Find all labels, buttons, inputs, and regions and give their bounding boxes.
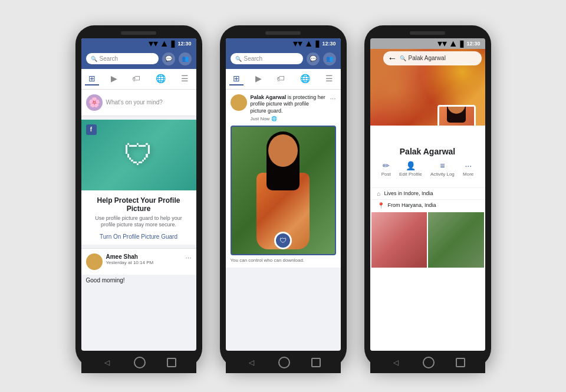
search-icon-1: 🔍	[91, 56, 97, 62]
search-bar-1[interactable]: 🔍 Search	[86, 53, 159, 64]
phone-speaker-1	[121, 31, 156, 35]
back-button-3[interactable]: ◁	[390, 357, 402, 368]
protect-banner-1: f 🛡	[81, 120, 196, 190]
phone-frame-3: ▾▾ ▲ ▮ 12:30 ← 🔍 Palak Agarwal	[364, 25, 491, 367]
protect-text-1: Help Protect Your Profile Picture Use pr…	[81, 190, 196, 245]
story-text-2: Palak Agarwal is protecting her profile …	[251, 94, 327, 122]
search-placeholder-2: Search	[244, 55, 263, 62]
screen-content-2: Palak Agarwal is protecting her profile …	[226, 90, 341, 351]
tab-globe-1[interactable]: 🌐	[152, 73, 169, 85]
phone-bottom-3: ◁	[370, 352, 485, 373]
profile-detail-from-3: 📍 From Haryana, India	[370, 199, 485, 211]
battery-icon-3: ▮	[459, 38, 465, 50]
home-button-3[interactable]	[423, 357, 435, 368]
home-button-2[interactable]	[278, 357, 290, 368]
recent-button-2[interactable]	[311, 358, 321, 367]
back-arrow-icon-3[interactable]: ←	[388, 53, 397, 64]
people-icon-1[interactable]: 👥	[179, 52, 192, 65]
from-detail-text-3: From Haryana, India	[388, 202, 436, 208]
nav-tabs-1: ⊞ ▶ 🏷 🌐 ☰	[81, 69, 196, 90]
avatar-flower-icon: 🌸	[88, 97, 100, 108]
tab-store-1[interactable]: 🏷	[129, 73, 144, 85]
more-icon-3: ···	[465, 161, 472, 170]
tab-globe-2[interactable]: 🌐	[297, 73, 314, 85]
phone-2: ▾▾ ▲ ▮ 12:30 🔍 Search 💬 👥 ⊞ ▶	[220, 25, 347, 367]
story-name-2: Palak Agarwal	[251, 94, 287, 100]
tab-home-1[interactable]: ⊞	[85, 73, 99, 85]
battery-icon-2: ▮	[315, 38, 320, 50]
phone-screen-1: ▾▾ ▲ ▮ 12:30 🔍 Search 💬 👥 ⊞	[81, 38, 196, 351]
story-avatar-2	[231, 94, 247, 111]
story-image-2: 🛡	[231, 126, 336, 255]
profile-info-3: Palak Agarwal ✏ Post 👤 Edit Profile ≡ Ac…	[370, 126, 485, 187]
tab-store-2[interactable]: 🏷	[273, 73, 288, 85]
people-icon-2[interactable]: 👥	[323, 52, 336, 65]
status-bar-3: ▾▾ ▲ ▮ 12:30	[370, 38, 485, 49]
search-bar-2[interactable]: 🔍 Search	[231, 53, 303, 64]
post-placeholder-1[interactable]: What's on your mind?	[106, 99, 163, 106]
photo-cell-1-3	[371, 212, 427, 268]
log-label-3: Activity Log	[430, 172, 455, 177]
messenger-icon-1[interactable]: 💬	[162, 52, 175, 65]
profile-action-more-3[interactable]: ··· More	[463, 161, 473, 177]
messenger-icon-2[interactable]: 💬	[307, 52, 320, 65]
back-button-2[interactable]: ◁	[245, 357, 257, 368]
protect-link-1[interactable]: Turn On Profile Picture Guard	[88, 233, 189, 240]
recent-button-3[interactable]	[456, 358, 465, 367]
fb-topbar-1: 🔍 Search 💬 👥	[81, 49, 196, 69]
profile-action-edit-3[interactable]: 👤 Edit Profile	[399, 161, 422, 177]
wifi-icon-2: ▲	[304, 38, 314, 49]
status-time-1: 12:30	[177, 41, 191, 47]
fb-logo-1: f	[86, 124, 97, 135]
phone-screen-2: ▾▾ ▲ ▮ 12:30 🔍 Search 💬 👥 ⊞ ▶	[226, 38, 341, 351]
profile-photo-3	[437, 105, 476, 126]
home-detail-text-3: Lives in Indore, India	[384, 190, 433, 196]
tab-play-1[interactable]: ▶	[107, 73, 121, 85]
profile-search-value-3: Palak Agarwal	[409, 55, 446, 61]
profile-actions-3: ✏ Post 👤 Edit Profile ≡ Activity Log ···…	[377, 161, 478, 177]
back-button-1[interactable]: ◁	[101, 357, 113, 368]
post-avatar-1	[86, 253, 103, 270]
post-label-3: Post	[381, 172, 391, 177]
story-post-2: Palak Agarwal is protecting her profile …	[226, 90, 341, 268]
nav-tabs-2: ⊞ ▶ 🏷 🌐 ☰	[226, 69, 341, 90]
privacy-icon-2: 🌐	[271, 116, 277, 121]
pin-detail-icon-3: 📍	[377, 202, 384, 209]
signal-icon-3: ▾▾	[437, 38, 447, 50]
home-button-1[interactable]	[134, 357, 146, 368]
guard-badge-2: 🛡	[274, 232, 292, 249]
signal-icon-2: ▾▾	[293, 38, 302, 50]
phone-frame-1: ▾▾ ▲ ▮ 12:30 🔍 Search 💬 👥 ⊞	[75, 25, 202, 367]
tab-home-2[interactable]: ⊞	[229, 73, 243, 85]
protect-title-1: Help Protect Your Profile Picture	[88, 196, 189, 213]
tab-menu-1[interactable]: ☰	[177, 73, 192, 85]
profile-person-body-3	[440, 105, 473, 126]
wifi-icon-3: ▲	[449, 38, 458, 49]
phone-3: ▾▾ ▲ ▮ 12:30 ← 🔍 Palak Agarwal	[364, 25, 491, 367]
photos-grid-3	[370, 211, 485, 351]
phone-bottom-1: ◁	[81, 352, 196, 373]
search-icon-2: 🔍	[235, 56, 242, 62]
wifi-icon-1: ▲	[160, 38, 169, 49]
phone-1: ▾▾ ▲ ▮ 12:30 🔍 Search 💬 👥 ⊞	[75, 25, 202, 367]
edit-icon-3: 👤	[406, 161, 416, 170]
home-detail-icon-3: ⌂	[377, 190, 381, 197]
post-dots-1[interactable]: ···	[185, 253, 191, 270]
screen-content-1: 🌸 What's on your mind? f 🛡 Help Protect …	[81, 90, 196, 351]
topbar-icons-1: 💬 👥	[162, 52, 192, 65]
story-dots-2[interactable]: ···	[330, 94, 335, 103]
profile-action-log-3[interactable]: ≡ Activity Log	[430, 161, 455, 177]
profile-action-post-3[interactable]: ✏ Post	[381, 161, 391, 177]
status-bar-1: ▾▾ ▲ ▮ 12:30	[81, 38, 196, 49]
tab-menu-2[interactable]: ☰	[322, 73, 337, 85]
profile-photo-inner-3	[439, 107, 474, 126]
status-bar-right-3: ▾▾ ▲ ▮ 12:30	[437, 38, 481, 50]
tab-play-2[interactable]: ▶	[252, 73, 265, 85]
person-face-2	[268, 134, 298, 167]
profile-detail-home-3: ⌂ Lives in Indore, India	[370, 187, 485, 199]
shield-icon-1: 🛡	[124, 138, 153, 172]
recent-button-1[interactable]	[167, 358, 176, 367]
post-icon-3: ✏	[383, 161, 390, 170]
profile-cover-3: ← 🔍 Palak Agarwal 🛡	[370, 49, 485, 126]
profile-search-bar-3[interactable]: ← 🔍 Palak Agarwal	[383, 51, 482, 65]
